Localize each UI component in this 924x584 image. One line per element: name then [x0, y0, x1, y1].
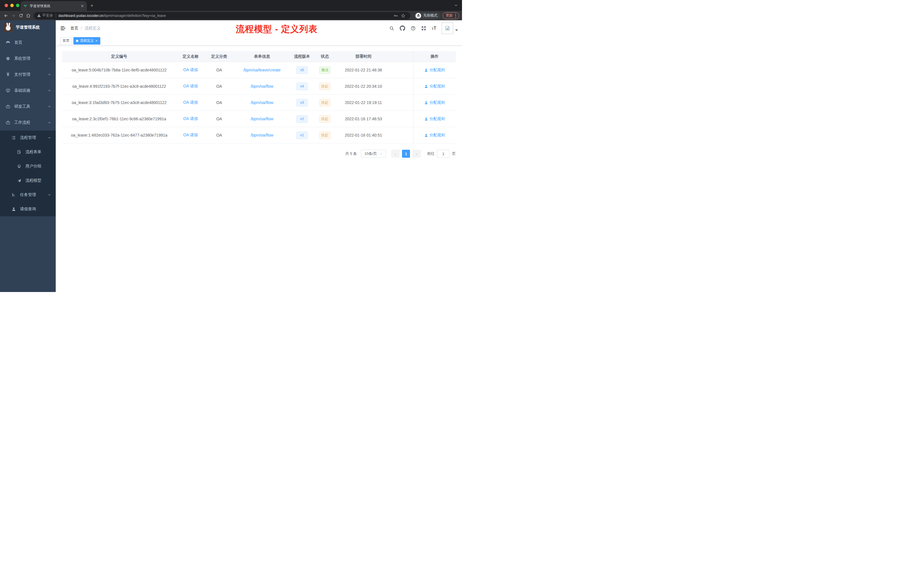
update-label: 更新: [446, 13, 453, 18]
definition-name-link[interactable]: OA 请假: [183, 68, 198, 72]
forward-button[interactable]: [10, 12, 17, 20]
page-size-select[interactable]: 10条/页: [361, 150, 386, 158]
next-page-button[interactable]: ›: [412, 150, 421, 158]
table-header: 定义编号 定义名称 定义分类 表单信息 流程版本 状态 部署时间 操作: [62, 51, 456, 62]
sidebar-item-leave-query[interactable]: 请假查询: [0, 202, 56, 216]
back-button[interactable]: [2, 12, 10, 20]
sidebar-logo: 芋道管理系统: [0, 20, 56, 35]
window-zoom-button[interactable]: [16, 4, 20, 7]
definition-id: oa_leave:5:004b710b-7b8a-11ec-8ef0-acde4…: [62, 68, 176, 72]
chevron-down-icon: [380, 152, 383, 155]
breadcrumb-home[interactable]: 首页: [70, 26, 78, 31]
definition-name-link[interactable]: OA 请假: [183, 84, 198, 88]
user-icon: [424, 84, 428, 88]
deploy-time: 2022-01-16 17:46:53: [336, 117, 391, 121]
sidebar-item-home[interactable]: 首页: [0, 35, 56, 51]
definition-id: oa_leave:1:482ec033-762a-11ec-8477-a2380…: [62, 133, 176, 137]
tag-close-icon[interactable]: ×: [96, 39, 98, 43]
tab-close-icon[interactable]: ✕: [81, 4, 84, 8]
url-domain: dashboard.yudao.iocoder.cn: [59, 14, 104, 18]
sidebar-item-process-model[interactable]: 流程模型: [0, 173, 56, 188]
table-row: oa_leave:5:004b710b-7b8a-11ec-8ef0-acde4…: [62, 62, 456, 78]
user-icon: [424, 134, 428, 137]
sidebar-item-system[interactable]: 系统管理: [0, 51, 56, 66]
sidebar-item-process-management[interactable]: 流程管理: [0, 130, 56, 145]
hamburger-collapse-icon[interactable]: [60, 25, 66, 31]
warning-triangle-icon: [37, 14, 41, 17]
version-badge: v2: [296, 115, 308, 123]
reload-button[interactable]: [17, 12, 25, 20]
monitor-icon: [6, 88, 10, 93]
definition-name-link[interactable]: OA 请假: [183, 116, 198, 121]
gear-icon: [6, 56, 10, 61]
github-icon[interactable]: [400, 25, 405, 31]
dashboard-icon: [6, 40, 10, 45]
status-badge: 挂起: [319, 99, 330, 107]
assign-rule-button[interactable]: 分配规则: [424, 133, 445, 138]
version-badge: v4: [296, 82, 308, 90]
form-link[interactable]: /bpm/oa/leave/create: [243, 68, 281, 72]
current-page-button[interactable]: 1: [402, 150, 410, 158]
browser-toolbar: 不安全 dashboard.yudao.iocoder.cn/bpm/manag…: [0, 11, 462, 20]
user-avatar-menu[interactable]: [442, 23, 458, 34]
home-button[interactable]: [25, 12, 32, 20]
definition-category: OA: [205, 100, 233, 105]
definition-category: OA: [205, 117, 233, 121]
window-minimize-button[interactable]: [10, 4, 14, 7]
sidebar-item-dev-tools[interactable]: 研发工具: [0, 99, 56, 115]
chevron-down-icon: [48, 73, 51, 76]
status-badge: 挂起: [319, 132, 330, 139]
sidebar-item-workflow[interactable]: 工作流程: [0, 115, 56, 130]
broken-avatar-image: [442, 23, 453, 34]
breadcrumb: 首页 / 流程定义: [70, 26, 101, 31]
assign-rule-button[interactable]: 分配规则: [424, 84, 445, 89]
browser-tab-strip: 芋道管理系统 ✕ +: [0, 0, 462, 11]
prev-page-button[interactable]: ‹: [391, 150, 400, 158]
page-content: 定义编号 定义名称 定义分类 表单信息 流程版本 状态 部署时间 操作 oa_l…: [56, 46, 462, 292]
sidebar-item-task-management[interactable]: 任务管理: [0, 188, 56, 202]
assign-rule-button[interactable]: 分配规则: [424, 100, 445, 105]
bookmark-star-icon[interactable]: [399, 12, 407, 20]
window-close-button[interactable]: [5, 4, 8, 7]
definition-id: oa_leave:4:991f2193-7b7f-11ec-a3c8-acde4…: [62, 84, 176, 89]
workflow-submenu: 流程管理 流程表单 用户分组 流程模型: [0, 130, 56, 216]
tag-home[interactable]: 首页: [60, 37, 72, 45]
form-link[interactable]: /bpm/oa/flow: [251, 117, 273, 121]
not-secure-chip[interactable]: 不安全: [37, 13, 53, 18]
new-tab-button[interactable]: +: [90, 3, 93, 9]
sidebar-item-process-form[interactable]: 流程表单: [0, 145, 56, 159]
font-size-icon[interactable]: TT: [432, 26, 436, 31]
logo-avatar: [3, 23, 13, 32]
definition-name-link[interactable]: OA 请假: [183, 133, 198, 137]
form-link[interactable]: /bpm/oa/flow: [251, 84, 273, 89]
form-link[interactable]: /bpm/oa/flow: [251, 133, 273, 137]
tab-search-chevron-icon[interactable]: [454, 3, 458, 7]
sidebar-item-payment[interactable]: ¥ 支付管理: [0, 66, 56, 82]
logo-title: 芋道管理系统: [16, 25, 40, 30]
breadcrumb-separator: /: [81, 26, 82, 31]
pagination: 共 5 条 10条/页 ‹ 1 › 前往 页: [62, 150, 456, 158]
browser-update-menu-button[interactable]: 更新: [442, 12, 459, 19]
briefcase-icon: [6, 120, 10, 125]
table-row: oa_leave:3:1fad3d93-7b75-11ec-a3c8-acde4…: [62, 94, 456, 111]
tag-process-definition[interactable]: 流程定义 ×: [73, 37, 100, 45]
browser-tab[interactable]: 芋道管理系统 ✕: [21, 1, 87, 11]
definition-name-link[interactable]: OA 请假: [183, 100, 198, 105]
assign-rule-button[interactable]: 分配规则: [424, 116, 445, 121]
goto-page-input[interactable]: [437, 150, 450, 158]
status-badge: 挂起: [319, 115, 330, 123]
fullscreen-icon[interactable]: [421, 26, 426, 31]
version-badge: v1: [296, 132, 308, 139]
robot-face-icon: [17, 164, 21, 168]
help-icon[interactable]: [411, 26, 416, 31]
sidebar-item-infrastructure[interactable]: 基础设施: [0, 82, 56, 99]
password-key-icon[interactable]: [392, 12, 399, 20]
chevron-down-icon: [48, 57, 51, 60]
assign-rule-button[interactable]: 分配规则: [424, 68, 445, 73]
search-icon[interactable]: [389, 26, 394, 31]
sidebar-item-user-group[interactable]: 用户分组: [0, 159, 56, 173]
paper-plane-icon: [17, 178, 21, 183]
form-link[interactable]: /bpm/oa/flow: [251, 100, 273, 105]
caret-down-icon: [455, 30, 458, 31]
url-bar[interactable]: 不安全 dashboard.yudao.iocoder.cn/bpm/manag…: [34, 12, 410, 20]
